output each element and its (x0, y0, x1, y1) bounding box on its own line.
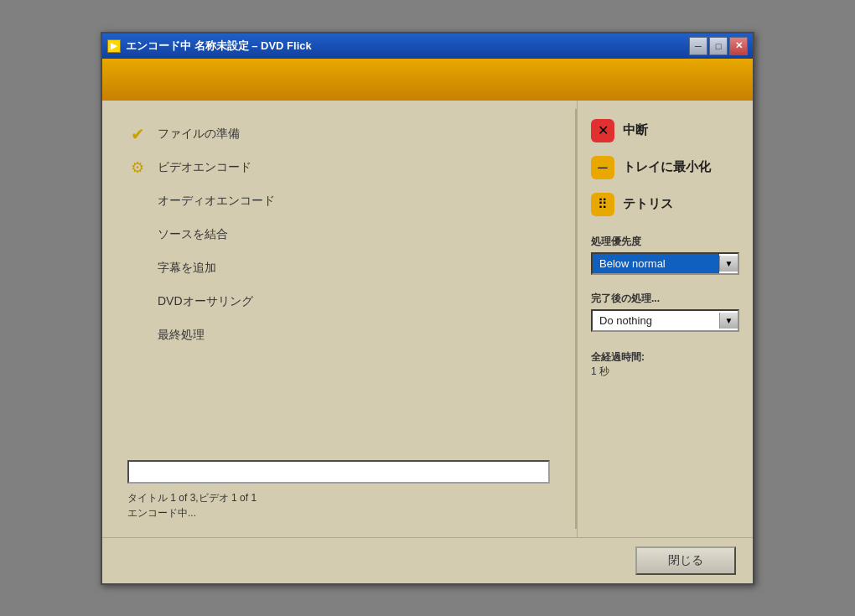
completion-dropdown-arrow[interactable]: ▼ (719, 313, 738, 329)
step-label-final: 最終処理 (158, 328, 205, 343)
step-list: ✔ファイルの準備⚙ビデオエンコードオーディオエンコードソースを結合字幕を追加DV… (127, 117, 550, 443)
step-item-vencode: ⚙ビデオエンコード (127, 151, 550, 184)
elapsed-label: 全経過時間: (591, 350, 739, 365)
step-item-combine: ソースを結合 (127, 218, 550, 251)
step-icon-vencode: ⚙ (127, 158, 148, 178)
priority-dropdown-arrow[interactable]: ▼ (719, 256, 738, 272)
minimize-button[interactable]: ─ (689, 37, 707, 55)
step-icon-combine (127, 225, 148, 245)
app-icon: ▶ (107, 39, 121, 53)
close-button[interactable]: 閉じる (635, 546, 736, 575)
step-label-aencode: オーディオエンコード (158, 194, 275, 209)
status-text: タイトル 1 of 3,ビデオ 1 of 1 エンコード中... (127, 490, 550, 520)
elapsed-value: 1 秒 (591, 365, 739, 379)
step-icon-author (127, 292, 148, 312)
right-panel: ✕ 中断 ─ トレイに最小化 ⠿ テトリス 処理優先度 Below normal… (577, 101, 753, 537)
status-line2: エンコード中... (127, 505, 550, 520)
progress-bar-container (127, 460, 550, 484)
step-label-author: DVDオーサリング (158, 294, 253, 309)
step-icon-final (127, 325, 148, 345)
abort-icon: ✕ (591, 119, 614, 142)
priority-section: 処理優先度 Below normal ▼ (591, 228, 739, 275)
step-item-aencode: オーディオエンコード (127, 184, 550, 218)
completion-label: 完了後の処理... (591, 292, 739, 306)
priority-dropdown-wrapper[interactable]: Below normal ▼ (591, 252, 739, 275)
minimize-tray-icon: ─ (591, 156, 614, 179)
step-icon-aencode (127, 191, 148, 211)
close-title-button[interactable]: ✕ (729, 37, 748, 55)
title-bar-left: ▶ エンコード中 名称未設定 – DVD Flick (107, 39, 312, 54)
step-label-combine: ソースを結合 (158, 227, 228, 242)
minimize-tray-label: トレイに最小化 (623, 159, 711, 175)
bottom-bar: 閉じる (102, 537, 753, 583)
restore-button[interactable]: □ (709, 37, 728, 55)
tetris-button[interactable]: ⠿ テトリス (591, 191, 739, 218)
status-line1: タイトル 1 of 3,ビデオ 1 of 1 (127, 490, 550, 505)
step-item-final: 最終処理 (127, 318, 550, 352)
left-panel: ✔ファイルの準備⚙ビデオエンコードオーディオエンコードソースを結合字幕を追加DV… (102, 101, 575, 537)
abort-button[interactable]: ✕ 中断 (591, 117, 739, 144)
step-icon-prepare: ✔ (127, 124, 148, 144)
step-item-subtitle: 字幕を追加 (127, 251, 550, 285)
step-label-prepare: ファイルの準備 (158, 127, 240, 142)
title-bar: ▶ エンコード中 名称未設定 – DVD Flick ─ □ ✕ (102, 34, 753, 59)
content-area: ✔ファイルの準備⚙ビデオエンコードオーディオエンコードソースを結合字幕を追加DV… (102, 101, 753, 537)
main-window: ▶ エンコード中 名称未設定 – DVD Flick ─ □ ✕ ✔ファイルの準… (101, 32, 754, 585)
title-bar-buttons: ─ □ ✕ (689, 37, 748, 55)
gold-bar (102, 59, 753, 101)
window-title: エンコード中 名称未設定 – DVD Flick (126, 39, 312, 54)
step-icon-subtitle (127, 258, 148, 278)
step-item-author: DVDオーサリング (127, 285, 550, 318)
completion-section: 完了後の処理... Do nothing ▼ (591, 285, 739, 332)
priority-selected: Below normal (593, 254, 719, 273)
completion-selected: Do nothing (593, 311, 719, 330)
completion-dropdown-wrapper[interactable]: Do nothing ▼ (591, 309, 739, 332)
tetris-label: テトリス (623, 196, 673, 212)
priority-label: 処理優先度 (591, 235, 739, 249)
progress-section: タイトル 1 of 3,ビデオ 1 of 1 エンコード中... (127, 460, 550, 520)
tetris-icon: ⠿ (591, 193, 614, 216)
elapsed-section: 全経過時間: 1 秒 (591, 350, 739, 379)
step-label-subtitle: 字幕を追加 (158, 261, 216, 276)
minimize-tray-button[interactable]: ─ トレイに最小化 (591, 154, 739, 181)
step-item-prepare: ✔ファイルの準備 (127, 117, 550, 151)
abort-label: 中断 (623, 122, 648, 138)
step-label-vencode: ビデオエンコード (158, 160, 251, 175)
